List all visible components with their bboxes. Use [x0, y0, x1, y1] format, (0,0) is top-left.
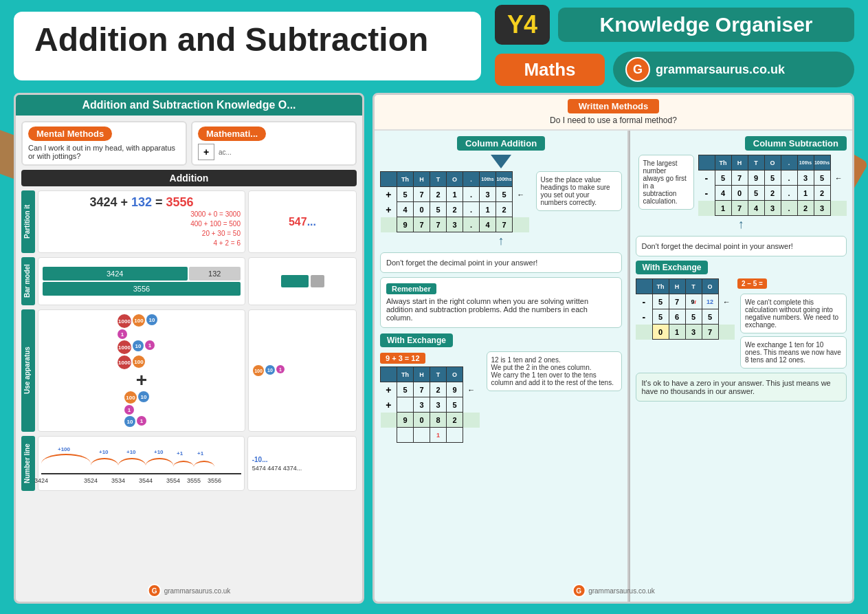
10ths-header: 10ths: [480, 172, 496, 187]
nl-num-6: 3555: [187, 477, 201, 484]
partition-row: Partition it 3424 + 132 = 3556 3000 + 0 …: [21, 190, 357, 253]
number-line-cell: +100 +10 +10 +10 +1 +1 3424 3524 3534 35…: [38, 436, 245, 491]
right-footer-text: grammarsaurus.co.uk: [588, 587, 655, 595]
partition-eq: 3424 + 132 = 3556: [43, 195, 241, 210]
right-panel: Written Methods Do I need to use a forma…: [372, 93, 854, 604]
remember-badge: Remember: [386, 283, 436, 294]
page-title: Addition and Subtraction: [34, 22, 460, 58]
exchange-calc-badge: 9 + 3 = 12: [380, 353, 425, 364]
addition-result: 9773 .47: [381, 217, 529, 232]
apparatus-row: Use apparatus 1000 100 10 1 1000 10: [21, 309, 357, 432]
sub-calc-badge: 2 – 5 =: [737, 278, 767, 289]
number-line-label: Number line: [21, 436, 35, 491]
exchange-note: 12 is 1 ten and 2 ones. We put the 2 in …: [487, 351, 623, 391]
rp-question: Do I need to use a formal method?: [383, 116, 844, 125]
lp-inner: Mental Methods Can I work it out in my h…: [16, 116, 362, 597]
nl-arc-4: [146, 458, 173, 473]
nl-jump-2: +10: [99, 449, 109, 455]
sub-grid: Th H T O . 10ths 100ths: [698, 155, 847, 216]
sub-exchange-note1: We can't complete this calculation witho…: [740, 294, 847, 333]
addition-header: Addition: [21, 170, 357, 186]
nl-jump-4: +10: [154, 449, 164, 455]
bar-model-right: [248, 257, 357, 305]
sub-exchange-note2: We exchange 1 ten for 10 ones. This mean…: [740, 336, 847, 369]
subex-row2: - 5655: [636, 309, 735, 325]
ex-row2: + 335: [381, 397, 480, 413]
left-footer-logo: G: [148, 584, 162, 597]
remember-text: Always start in the right column when yo…: [386, 297, 616, 322]
nl-jump-1: +100: [58, 446, 70, 452]
sub-exchange-notes: 2 – 5 = We can't complete this calculati…: [737, 278, 847, 369]
nl-num-5: 3554: [166, 477, 180, 484]
sub-zero-text: It's ok to have a zero in your answer. T…: [642, 379, 831, 395]
nl-num-4: 3544: [139, 477, 153, 484]
rp-top: Written Methods Do I need to use a forma…: [375, 95, 852, 131]
left-panel: Addition and Subtraction Knowledge O... …: [14, 93, 364, 604]
nl-num-7: 3556: [208, 477, 221, 484]
sub-exchange-grid: Th H T O -: [636, 278, 735, 340]
partition-detail: 3000 + 0 = 3000 400 + 100 = 500 20 + 30 …: [43, 210, 241, 248]
y4-ko-row: Y4 Knowledge Organiser: [495, 5, 854, 45]
nl-arc-2: [91, 458, 118, 473]
nl-arc-1: [41, 454, 91, 473]
left-panel-header: Addition and Subtraction Knowledge O...: [16, 95, 362, 116]
sub-decimal-note-text: Don't forget the decimal point in your a…: [642, 242, 793, 250]
dot-header: .: [463, 172, 480, 187]
right-footer: G grammarsaurus.co.uk: [572, 584, 655, 597]
left-footer-text: grammarsaurus.co.uk: [164, 587, 231, 595]
bar-model-row: Bar model 3424 132 3556: [21, 257, 357, 305]
bar-part1: 3424: [43, 267, 188, 281]
exchange-grid-wrapper: 9 + 3 = 12 Th H T O: [380, 351, 480, 443]
sub-row2: - 4052 .12: [698, 186, 847, 201]
exchange-grid: Th H T O +: [380, 366, 480, 443]
o-header: O: [447, 172, 463, 187]
math-facts-badge: Mathemati...: [198, 127, 266, 141]
addition-grid-layout: Th H T O . 10ths 100ths: [380, 171, 622, 232]
sub-grid-wrapper: Th H T O . 10ths 100ths: [698, 155, 847, 216]
mental-methods-text: Can I work it out in my head, with appar…: [28, 144, 180, 160]
gramm-badge: G grammarsaurus.co.uk: [613, 52, 854, 87]
sub-decimal-note: Don't forget the decimal point in your a…: [636, 236, 847, 256]
col-addition-badge: Column Addition: [457, 136, 545, 151]
nl-right: -10... 5474 4474 4374...: [247, 436, 357, 491]
plus-symbol: +: [136, 369, 147, 391]
add-op: +: [381, 187, 397, 202]
nl-right-label: -10...: [252, 456, 352, 463]
apparatus-label: Use apparatus: [21, 309, 35, 432]
h-header: H: [414, 172, 430, 187]
exchange-section: With Exchange 9 + 3 = 12 Th H: [380, 333, 622, 443]
content-area: Addition and Subtraction Knowledge O... …: [14, 93, 854, 604]
apparatus-cell: 1000 100 10 1 1000 10 1 1000 100: [38, 309, 245, 432]
addition-grid: Th H T O . 10ths 100ths: [380, 171, 529, 232]
nl-container: +100 +10 +10 +10 +1 +1 3424 3524 3534 35…: [41, 446, 241, 484]
bar-model-label: Bar model: [21, 257, 35, 305]
sub-grid-layout: The largest number always go first in a …: [636, 155, 847, 216]
written-methods-badge: Written Methods: [568, 99, 660, 113]
arrow-down-icon: [491, 155, 511, 168]
math-facts-box: Mathemati... + ac...: [191, 121, 357, 166]
100ths-header: 100ths: [496, 172, 513, 187]
subex-result: 0 137: [636, 325, 735, 340]
sub-result: 1743 .23: [698, 201, 847, 216]
addition-grid-wrapper: Th H T O . 10ths 100ths: [380, 171, 529, 232]
gramm-url: grammarsaurus.co.uk: [656, 63, 785, 77]
sub-exchange-layout: Th H T O -: [636, 278, 847, 369]
left-footer: G grammarsaurus.co.uk: [148, 584, 231, 597]
col-subtraction-area: Column Subtraction The largest number al…: [630, 131, 853, 602]
bar-model-cell: 3424 132 3556: [38, 257, 245, 305]
bar-whole: 3556: [43, 282, 241, 296]
bar-top: 3424 132: [43, 267, 241, 281]
sub-exchange-grid-wrapper: Th H T O -: [636, 278, 735, 340]
mental-methods-box: Mental Methods Can I work it out in my h…: [21, 121, 187, 166]
subex-row1: - 57 9/ 12 ←: [636, 294, 735, 309]
ex-result: 9082: [381, 413, 480, 428]
addition-row2: + 4052 .12: [381, 202, 529, 217]
sub-row1: - 5795 .35 ←: [698, 171, 847, 186]
exchange-grid-layout: 9 + 3 = 12 Th H T O: [380, 351, 622, 443]
header: Addition and Subtraction Y4 Knowledge Or…: [14, 8, 854, 84]
nl-jump-6: +1: [197, 450, 203, 457]
col-addition-header: Column Addition: [380, 136, 622, 151]
number-line-row: Number line +100 +10 +10: [21, 436, 357, 491]
nl-arc-5: [173, 461, 194, 473]
bar-part2: 132: [189, 267, 241, 281]
